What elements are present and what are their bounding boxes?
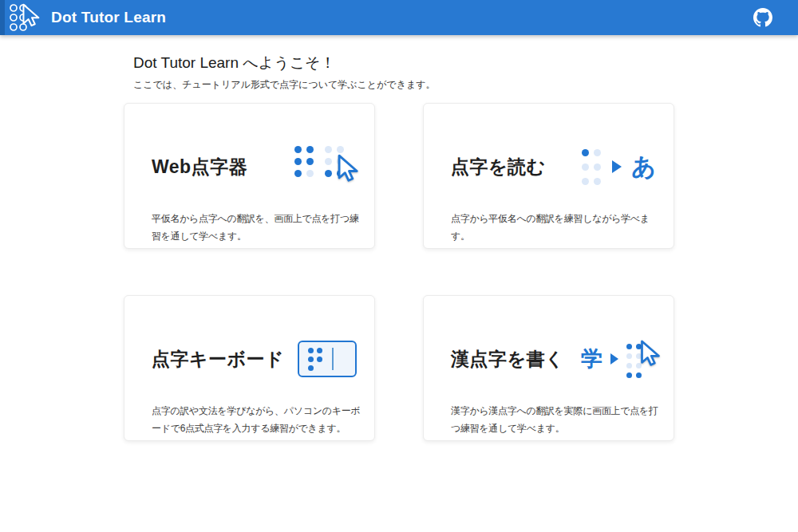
card-description: 漢字から漢点字への翻訳を実際に画面上で点を打つ練習を通して学べます。: [451, 403, 662, 437]
github-icon: [753, 8, 772, 27]
braille-cell: [308, 348, 322, 371]
cursor-arrow-icon: [330, 153, 361, 183]
github-link[interactable]: [753, 7, 774, 28]
card-braille-keyboard[interactable]: 点字キーボード 点字の訳や文法を学びながら、パソコンのキーボードで6点式点字を入…: [124, 295, 375, 441]
card-read-braille[interactable]: 点字を読む あ 点字から平仮名への翻訳を練習しながら学べます。: [423, 103, 674, 249]
braille-input-field-icon: [298, 341, 357, 377]
card-top-row: 漢点字を書く 学: [451, 328, 662, 390]
card-title: 点字を読む: [451, 155, 546, 179]
cursor-arrow-icon: [634, 339, 662, 368]
card-write-kanji-braille[interactable]: 漢点字を書く 学 漢字から漢点字への翻訳を実際に画面上で点を打つ練習を通して学べ…: [423, 295, 674, 441]
brand-home-link[interactable]: Dot Tutor Learn: [0, 2, 166, 33]
hiragana-a-glyph: あ: [631, 155, 656, 179]
card-top-row: 点字を読む あ: [451, 136, 662, 198]
kanji-to-braille-cursor-icon: 学: [581, 341, 656, 378]
braille-cell-with-cursor: [626, 341, 656, 378]
welcome-section: Dot Tutor Learn へようこそ！ ここでは、チュートリアル形式で点字…: [133, 53, 674, 92]
card-title: Web点字器: [152, 155, 247, 179]
card-description: 点字から平仮名への翻訳を練習しながら学べます。: [451, 211, 662, 245]
braille-cell: [582, 149, 601, 185]
tutorial-cards-grid: Web点字器 平仮名から点字への翻訳を、画面上で点を打つ練習を通して学べます。 …: [124, 103, 674, 441]
card-web-braille-writer[interactable]: Web点字器 平仮名から点字への翻訳を、画面上で点を打つ練習を通して学べます。: [124, 103, 375, 249]
app-header: Dot Tutor Learn: [0, 0, 798, 35]
card-top-row: Web点字器: [152, 136, 363, 198]
card-title: 点字キーボード: [152, 347, 284, 372]
card-description: 点字の訳や文法を学びながら、パソコンのキーボードで6点式点字を入力する練習ができ…: [152, 403, 363, 437]
play-arrow-icon: [612, 160, 622, 173]
play-arrow-icon: [610, 353, 618, 365]
braille-writer-cursor-icon: [294, 146, 357, 188]
braille-cursor-logo-icon: [8, 2, 41, 33]
text-caret-icon: [332, 348, 334, 370]
braille-cell-with-cursor: [325, 146, 357, 188]
app-title: Dot Tutor Learn: [51, 9, 166, 26]
page-title: Dot Tutor Learn へようこそ！: [133, 53, 674, 73]
kanji-gaku-glyph: 学: [581, 349, 602, 370]
card-description: 平仮名から点字への翻訳を、画面上で点を打つ練習を通して学べます。: [152, 211, 363, 245]
card-top-row: 点字キーボード: [152, 328, 363, 390]
main-content: Dot Tutor Learn へようこそ！ ここでは、チュートリアル形式で点字…: [124, 53, 674, 441]
braille-cell: [294, 146, 314, 177]
page-subtitle: ここでは、チュートリアル形式で点字について学ぶことができます。: [133, 78, 674, 92]
card-title: 漢点字を書く: [451, 347, 564, 372]
braille-to-hiragana-icon: あ: [582, 149, 656, 185]
